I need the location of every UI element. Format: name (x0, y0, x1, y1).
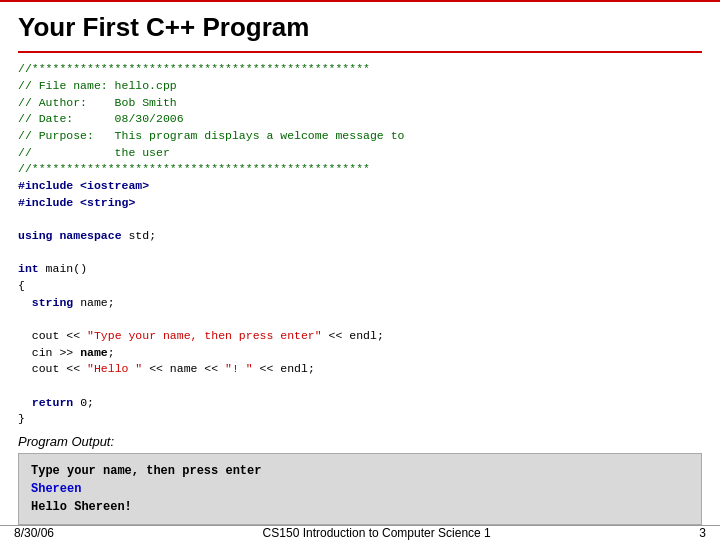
output-line1: Type your name, then press enter (31, 464, 261, 478)
output-section: Program Output: Type your name, then pre… (18, 434, 702, 525)
footer: 8/30/06 CS150 Introduction to Computer S… (0, 525, 720, 540)
output-line2: Shereen (31, 482, 81, 496)
slide: Your First C++ Program //***************… (0, 0, 720, 540)
code-pre: //**************************************… (18, 61, 702, 428)
footer-right: 3 (699, 526, 706, 540)
content-area: Your First C++ Program //***************… (0, 2, 720, 525)
footer-center: CS150 Introduction to Computer Science 1 (54, 526, 699, 540)
comment-author: // Author: Bob Smith (18, 96, 177, 109)
include2: #include <string> (18, 196, 135, 209)
slide-title: Your First C++ Program (18, 12, 702, 43)
comment-purpose2: // the user (18, 146, 170, 159)
comment-file: // File name: hello.cpp (18, 79, 177, 92)
comment-purpose1: // Purpose: This program displays a welc… (18, 129, 404, 142)
footer-left: 8/30/06 (14, 526, 54, 540)
output-line3: Hello Shereen! (31, 500, 132, 514)
output-box: Type your name, then press enter Shereen… (18, 453, 702, 525)
comment-date: // Date: 08/30/2006 (18, 112, 184, 125)
return-line: return 0; (18, 396, 94, 409)
string-decl: string name; (18, 296, 115, 309)
comment-stars1: //**************************************… (18, 62, 370, 75)
include1: #include <iostream> (18, 179, 149, 192)
cout2-line: cout << "Hello " << name << "! " << endl… (18, 362, 315, 375)
open-brace: { (18, 279, 25, 292)
main-sig: int main() (18, 262, 87, 275)
close-brace: } (18, 412, 25, 425)
code-block: //**************************************… (18, 61, 702, 428)
output-label: Program Output: (18, 434, 702, 449)
cin-line: cin >> name; (18, 346, 115, 359)
comment-stars2: //**************************************… (18, 162, 370, 175)
title-divider (18, 51, 702, 53)
using-line: using namespace std; (18, 229, 156, 242)
cout1-line: cout << "Type your name, then press ente… (18, 329, 384, 342)
